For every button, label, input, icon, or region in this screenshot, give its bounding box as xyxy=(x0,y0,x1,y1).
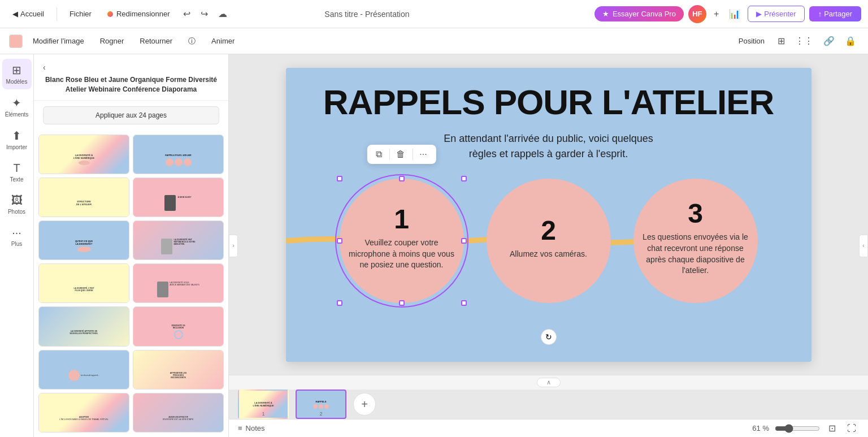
slide-thumb-9[interactable]: LA DIVERSITÉ APPORTE DE NOUVELLES PERSPE… xyxy=(38,306,129,346)
modeles-icon: ⊞ xyxy=(12,63,21,77)
handle-left[interactable] xyxy=(337,238,342,244)
fit-screen-icon: ⊡ xyxy=(828,423,836,433)
slide-thumb-12[interactable]: AFFRONTER LES PRÉJUGÉS INCONSCIENTS xyxy=(133,350,224,390)
slide-subtitle: En attendant l'arrivée du public, voici … xyxy=(286,126,811,167)
toolbar-divider-1 xyxy=(389,149,389,160)
slide-thumb-8[interactable]: LA DIVERSITÉ VOUSAIDE À HARNAIS DES TALE… xyxy=(133,263,224,303)
filmstrip-num-1: 1 xyxy=(262,411,264,417)
file-button[interactable]: Fichier xyxy=(64,7,97,21)
filmstrip: LA DIVERSITÉ ÀL'ÈRE NUMÉRIQUE 1 RAPPELS xyxy=(229,390,868,419)
zoom-slider[interactable] xyxy=(775,424,820,433)
nav-item-modeles[interactable]: ⊞ Modèles xyxy=(2,59,32,89)
handle-tr[interactable] xyxy=(461,176,467,181)
floating-toolbar: ⧉ 🗑 ··· xyxy=(367,145,436,164)
lock-icon: 🔒 xyxy=(845,36,856,46)
slide-thumb-4[interactable]: À MON SUJET xyxy=(133,178,224,217)
handle-right[interactable] xyxy=(461,238,467,244)
slide-thumb-5[interactable]: QU'EST-CE QUE LA DIVERSITÉ? xyxy=(38,220,129,260)
link-button[interactable]: 🔗 xyxy=(821,33,837,49)
toolbar-divider-2 xyxy=(412,149,413,160)
share-button[interactable]: ↑ Partager xyxy=(809,6,861,21)
filmstrip-item-1[interactable]: LA DIVERSITÉ ÀL'ÈRE NUMÉRIQUE 1 xyxy=(238,390,289,419)
position-label: Position xyxy=(739,37,765,45)
filmstrip-slide-1[interactable]: LA DIVERSITÉ ÀL'ÈRE NUMÉRIQUE 1 xyxy=(238,390,289,419)
align-button[interactable]: ⊞ xyxy=(775,33,788,49)
redo-button[interactable]: ↪ xyxy=(198,6,211,22)
nav-item-texte[interactable]: T Texte xyxy=(2,157,32,187)
hide-right-panel-button[interactable]: ‹ xyxy=(859,235,868,257)
slide-thumb-11[interactable]: La diversité apporté... xyxy=(38,350,129,390)
nav-item-photos[interactable]: 🖼 Photos xyxy=(2,189,32,219)
slide-thumb-10[interactable]: DIVERSITÉ VS INCLUSION xyxy=(133,306,224,346)
hide-left-panel-button[interactable]: › xyxy=(229,235,238,257)
notes-section[interactable]: ≡ Notes xyxy=(238,424,265,432)
present-button[interactable]: ▶ Présenter xyxy=(748,6,804,22)
fit-screen-button[interactable]: ⊡ xyxy=(826,420,839,436)
filmstrip-num-2: 2 xyxy=(319,411,322,417)
copy-button[interactable]: ⧉ xyxy=(371,147,387,162)
flip-label: Retourner xyxy=(140,37,172,45)
circle-1-number: 1 xyxy=(394,206,409,233)
slide-thumb-7[interactable]: LA DIVERSITÉ, C'EST PLUS QUE L'INFINI xyxy=(38,263,129,303)
sidebar-header: ‹ Blanc Rose Bleu et Jaune Organique For… xyxy=(34,54,228,101)
info-button[interactable]: ⓘ xyxy=(183,33,201,49)
slide-thumb-2[interactable]: RAPPELS POUR L'ATELIER xyxy=(133,135,224,174)
slide-thumb-1[interactable]: LA DIVERSITÉ À L'ÈRE NUMÉRIQUE xyxy=(38,135,129,174)
try-pro-button[interactable]: ★ Essayer Canva Pro xyxy=(594,6,684,21)
circles-row: ⧉ 🗑 ··· xyxy=(286,167,811,314)
upload-icon: ↑ xyxy=(818,10,822,18)
circle-1[interactable]: ⧉ 🗑 ··· xyxy=(340,179,464,303)
chart-button[interactable]: 📊 xyxy=(726,6,743,22)
slide-thumb-3[interactable]: STRUCTURE DE L'ATELIER xyxy=(38,178,129,217)
add-slide-button[interactable]: + xyxy=(353,393,376,416)
filmstrip-toggle-btn[interactable]: ∧ xyxy=(537,378,561,387)
redo-icon: ↪ xyxy=(201,9,208,19)
resize-label: Redimensionner xyxy=(116,10,170,18)
back-button[interactable]: ◀ Accueil xyxy=(7,7,50,21)
nav-item-elements[interactable]: ✦ Éléments xyxy=(2,92,32,122)
handle-bl[interactable] xyxy=(337,300,342,306)
rotate-button[interactable]: ↻ xyxy=(541,329,557,345)
crop-button[interactable]: Rogner xyxy=(94,34,130,48)
modify-image-button[interactable]: Modifier l'image xyxy=(27,34,90,48)
slide-thumb-6[interactable]: LA DIVERSITÉ FAITRÉFÉRENCE À VOTREBIEN-Ê… xyxy=(133,220,224,260)
animate-button[interactable]: Animer xyxy=(206,34,240,48)
thumb-content-11: La diversité apporté... xyxy=(39,351,129,390)
apply-all-button[interactable]: Appliquer aux 24 pages xyxy=(43,106,219,124)
flip-button[interactable]: Retourner xyxy=(134,34,178,48)
position-button[interactable]: Position xyxy=(733,34,770,48)
handle-bottom[interactable] xyxy=(399,300,405,306)
canvas-area: › RAPPELS POUR L'ATELIER En attendant l'… xyxy=(229,54,868,437)
present-label: Présenter xyxy=(764,10,796,18)
slide-thumb-13[interactable]: ADOPTER L'INCLUSION DANS LE MILIEU DE TR… xyxy=(38,393,129,432)
avatar-button[interactable]: HF xyxy=(688,5,706,23)
modify-image-label: Modifier l'image xyxy=(33,37,84,45)
nav-center: Sans titre - Présentation xyxy=(324,10,409,19)
handle-tl[interactable] xyxy=(337,176,342,181)
handle-top[interactable] xyxy=(399,176,405,181)
thumb-content-8: LA DIVERSITÉ VOUSAIDE À HARNAIS DES TALE… xyxy=(133,264,223,303)
distribute-button[interactable]: ⋮⋮ xyxy=(792,33,816,49)
resize-button[interactable]: Redimensionner xyxy=(102,7,176,21)
filmstrip-item-2[interactable]: RAPPELS 2 xyxy=(296,390,346,419)
chart-icon: 📊 xyxy=(729,9,740,19)
filmstrip-slide-2[interactable]: RAPPELS 2 xyxy=(296,390,346,419)
more-button[interactable]: ··· xyxy=(415,147,431,162)
canvas-wrapper: RAPPELS POUR L'ATELIER En attendant l'ar… xyxy=(229,54,868,375)
handle-br[interactable] xyxy=(461,300,467,306)
undo-button[interactable]: ↩ xyxy=(180,6,193,22)
nav-item-importer[interactable]: ⬆ Importer xyxy=(2,124,32,155)
animate-label: Animer xyxy=(211,37,235,45)
canvas-slide[interactable]: RAPPELS POUR L'ATELIER En attendant l'ar… xyxy=(286,68,811,362)
plus-person-button[interactable]: + xyxy=(711,6,722,22)
sidebar-back-button[interactable]: ‹ xyxy=(43,63,46,72)
delete-button[interactable]: 🗑 xyxy=(392,147,410,162)
cloud-button[interactable]: ☁ xyxy=(215,6,230,22)
nav-item-plus[interactable]: ··· Plus xyxy=(2,222,32,252)
circle-3[interactable]: 3 Les questions envoyées via le chat rec… xyxy=(633,179,758,303)
circle-2[interactable]: 2 Allumez vos caméras. xyxy=(487,179,611,303)
color-swatch[interactable] xyxy=(9,34,23,48)
lock-button[interactable]: 🔒 xyxy=(842,33,859,49)
slide-thumb-14[interactable]: AVOIR UN EFFECTIF DIVERSIFIÉ EST LA 1ÈRE… xyxy=(133,393,224,432)
fullscreen-button[interactable]: ⛶ xyxy=(844,421,859,436)
